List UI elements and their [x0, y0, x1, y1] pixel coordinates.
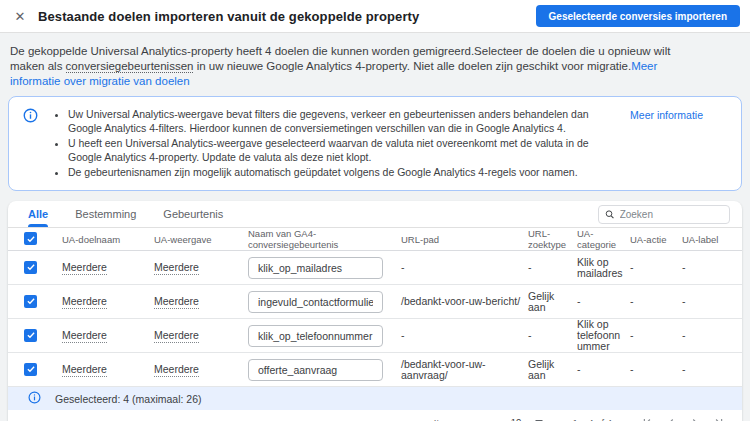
url-match-type-cell: - — [528, 262, 577, 273]
search-icon — [605, 209, 615, 220]
last-page-icon — [712, 416, 726, 421]
items-per-page-select[interactable]: 10 — [508, 415, 547, 421]
intro-after: in uw nieuwe Google Analytics 4-property… — [193, 60, 631, 72]
ua-goal-name[interactable]: Meerdere — [62, 261, 107, 275]
select-all-checkbox[interactable] — [24, 232, 37, 245]
selection-summary-bar: Geselecteerd: 4 (maximaal: 26) — [8, 387, 742, 410]
ua-view-name[interactable]: Meerdere — [154, 329, 199, 343]
ua-category-cell: Klik op telefoonnummer — [577, 319, 630, 352]
ua-goal-name[interactable]: Meerdere — [62, 295, 107, 309]
url-match-type-cell: Gelijk aan — [528, 291, 577, 313]
column-header: UA-actie — [630, 234, 682, 245]
notice-bullet-list: Uw Universal Analytics-weergave bevat fi… — [68, 107, 616, 180]
table-body: MeerdereMeerdere--Klik op mailadres--Mee… — [8, 251, 742, 387]
paginator: Items per page: 10 1 – 4 of 4 — [8, 410, 742, 421]
intro-text: De gekoppelde Universal Analytics-proper… — [0, 33, 750, 89]
table-row: MeerdereMeerdere--Klik op mailadres-- — [8, 251, 742, 285]
items-per-page-label: Items per page: — [434, 417, 500, 421]
row-checkbox-cell — [8, 261, 62, 275]
ua-action-cell: - — [630, 296, 682, 307]
ua-view-name[interactable]: Meerdere — [154, 363, 199, 377]
ga4-event-name-input[interactable] — [248, 291, 383, 313]
ua-action-cell: - — [630, 330, 682, 341]
ua-label-cell: - — [682, 262, 742, 273]
notice-bullet: U heeft een Universal Analytics-weergave… — [68, 136, 616, 164]
items-per-page-value: 10 — [511, 416, 522, 421]
first-page-button[interactable] — [636, 412, 658, 421]
next-page-button[interactable] — [684, 412, 706, 421]
row-checkbox-cell — [8, 295, 62, 309]
notice-bullet: Uw Universal Analytics-weergave bevat fi… — [68, 107, 616, 135]
import-selected-conversions-button[interactable]: Geselecteerde conversies importeren — [536, 5, 740, 27]
url-path-cell: - — [401, 262, 528, 273]
ua-label-cell: - — [682, 330, 742, 341]
column-header: URL-pad — [401, 234, 528, 245]
search-input[interactable] — [620, 209, 723, 220]
ga4-event-name-input[interactable] — [248, 359, 383, 381]
select-all-cell — [8, 232, 62, 246]
page-title: Bestaande doelen importeren vanuit de ge… — [38, 9, 419, 24]
url-path-cell: /bedankt-voor-uw-bericht/ — [401, 296, 528, 307]
previous-page-button[interactable] — [660, 412, 682, 421]
chevron-right-icon — [688, 416, 702, 421]
dialog-header: ✕ Bestaande doelen importeren vanuit de … — [0, 0, 750, 33]
ua-view-name[interactable]: Meerdere — [154, 295, 199, 309]
notice-box: Uw Universal Analytics-weergave bevat fi… — [8, 96, 742, 191]
search-box[interactable] — [598, 205, 730, 224]
import-goals-dialog: ✕ Bestaande doelen importeren vanuit de … — [0, 0, 750, 421]
column-header: URL-zoektype — [528, 228, 577, 250]
info-icon — [28, 390, 41, 408]
selected-count-text: Geselecteerd: 4 (maximaal: 26) — [55, 393, 201, 405]
ua-goal-name[interactable]: Meerdere — [62, 329, 107, 343]
ua-action-cell: - — [630, 262, 682, 273]
row-checkbox[interactable] — [24, 295, 37, 308]
ga4-event-name-input[interactable] — [248, 257, 383, 279]
url-path-cell: - — [401, 330, 528, 341]
notice-more-info-link[interactable]: Meer informatie — [630, 109, 703, 121]
tab-gebeurtenis[interactable]: Gebeurtenis — [163, 201, 223, 227]
ua-goal-name[interactable]: Meerdere — [62, 363, 107, 377]
ua-category-cell: Klik op mailadres — [577, 257, 630, 279]
conversion-events-term[interactable]: conversiegebeurtenissen — [66, 60, 194, 73]
column-header: UA-label — [682, 234, 742, 245]
url-path-cell: /bedankt-voor-uw-aanvraag/ — [401, 359, 528, 381]
url-match-type-cell: - — [528, 330, 577, 341]
column-header: Naam van GA4-conversiegebeurtenis — [248, 228, 401, 250]
ua-action-cell: - — [630, 364, 682, 375]
page-range-text: 1 – 4 of 4 — [572, 417, 612, 421]
tab-bestemming[interactable]: Bestemming — [75, 201, 136, 227]
notice-bullet: De gebeurtenisnamen zijn mogelijk automa… — [68, 165, 616, 179]
column-header: UA-weergave — [154, 234, 248, 245]
first-page-icon — [640, 416, 654, 421]
ua-view-name[interactable]: Meerdere — [154, 261, 199, 275]
column-header: UA-categorie — [577, 228, 630, 250]
ua-category-cell: - — [577, 296, 630, 307]
table-header-row: UA-doelnaamUA-weergaveNaam van GA4-conve… — [8, 228, 742, 251]
tabs: AlleBestemmingGebeurtenis — [8, 201, 742, 228]
close-icon[interactable]: ✕ — [10, 6, 30, 26]
ua-label-cell: - — [682, 296, 742, 307]
ua-category-cell: - — [577, 364, 630, 375]
ga4-event-name-input[interactable] — [248, 325, 383, 347]
ua-label-cell: - — [682, 364, 742, 375]
row-checkbox[interactable] — [24, 329, 37, 342]
goals-table-card: AlleBestemmingGebeurtenis UA-doelnaamUA-… — [8, 201, 742, 421]
last-page-button[interactable] — [708, 412, 730, 421]
column-header: UA-doelnaam — [62, 234, 154, 245]
table-row: MeerdereMeerdere/bedankt-voor-uw-bericht… — [8, 285, 742, 319]
row-checkbox[interactable] — [24, 363, 37, 376]
row-checkbox-cell — [8, 329, 62, 343]
row-checkbox[interactable] — [24, 261, 37, 274]
table-row: MeerdereMeerdere--Klik op telefoonnummer… — [8, 319, 742, 353]
chevron-left-icon — [664, 416, 678, 421]
row-checkbox-cell — [8, 363, 62, 377]
info-icon — [23, 108, 38, 127]
table-row: MeerdereMeerdere/bedankt-voor-uw-aanvraa… — [8, 353, 742, 387]
tab-alle[interactable]: Alle — [28, 201, 48, 227]
url-match-type-cell: Gelijk aan — [528, 359, 577, 381]
